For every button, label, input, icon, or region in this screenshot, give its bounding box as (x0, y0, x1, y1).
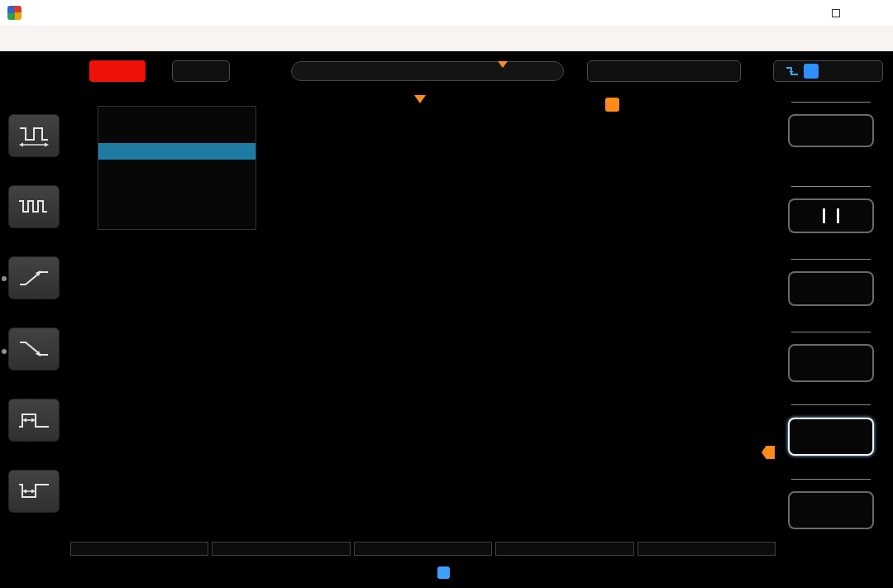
app-window (0, 0, 893, 588)
channel-2-block[interactable] (127, 557, 243, 588)
trigger-level-arrow-icon (762, 446, 775, 459)
cursor-type-button[interactable] (788, 198, 874, 233)
dc-coupling-icon (288, 570, 298, 576)
trigger-position-marker (605, 98, 619, 112)
maximize-button[interactable] (817, 0, 855, 26)
cursor-a-value-button[interactable] (788, 344, 874, 382)
cursor-b-value-button[interactable] (788, 418, 874, 456)
dc-coupling-icon (415, 570, 426, 576)
mode-header (791, 99, 871, 103)
vertical-cursor-bar-icon (837, 208, 839, 223)
readout-row-bx-ax (105, 176, 249, 193)
measure-frequency-button[interactable] (8, 185, 60, 228)
measure-positive-width-button[interactable] (8, 399, 60, 442)
frequency-icon (17, 196, 51, 218)
measurement-results-bar (70, 542, 776, 556)
measurement-freq-ch1 (638, 542, 776, 556)
page-indicator-dot (2, 349, 7, 354)
readout-row-by-ay (105, 193, 249, 209)
run-state-badge[interactable] (89, 60, 146, 82)
measurement-freq-ch4 (354, 542, 492, 556)
negative-width-icon (17, 480, 51, 502)
readout-row-by (105, 160, 249, 176)
vertical-cursor-bar-icon (823, 208, 825, 223)
page-indicator-dot (2, 276, 7, 281)
dc-coupling-icon (160, 570, 171, 576)
measurement-min (495, 542, 633, 556)
trigger-delay-box[interactable] (587, 60, 741, 82)
menu-bar (0, 26, 893, 51)
readout-row-bx-highlighted (98, 143, 255, 160)
readout-row-inverse-dx (105, 209, 249, 226)
memory-trigger-marker-icon (498, 61, 508, 68)
measurement-max-ch2 (212, 542, 350, 556)
cursor-ab-header (791, 476, 871, 480)
waveform-display (70, 95, 763, 540)
select-header (791, 184, 871, 187)
dc-coupling-icon (33, 570, 44, 576)
channel-status-bar (0, 557, 893, 588)
measure-rise-time-button[interactable] (8, 256, 60, 299)
maximize-icon (832, 9, 840, 17)
cursor-ab-button[interactable] (788, 491, 874, 529)
channel-3-block[interactable] (255, 557, 370, 588)
minimize-button[interactable] (779, 0, 817, 26)
cursor-b-header (791, 402, 871, 405)
title-bar (0, 0, 893, 26)
cursor-menu-panel (782, 51, 880, 588)
readout-row-ax (105, 110, 249, 127)
fall-time-icon (17, 338, 51, 360)
trigger-position-triangle-icon (414, 95, 426, 103)
period-icon (17, 124, 51, 147)
memory-position-bar (291, 61, 564, 81)
positive-width-icon (17, 409, 51, 431)
close-button[interactable] (855, 0, 893, 26)
channel-1-block[interactable] (0, 557, 117, 588)
source-ch4-button[interactable] (788, 271, 874, 306)
oscilloscope-screen (0, 51, 893, 588)
cursor-a-header (791, 329, 871, 332)
bandwidth-badge (437, 566, 450, 579)
rise-time-icon (17, 267, 51, 289)
measure-panel (0, 51, 69, 588)
cursor-readout-box (98, 106, 256, 230)
app-icon (7, 6, 21, 20)
measurement-max-ch1 (70, 542, 208, 556)
memory-waveform-preview (292, 62, 563, 80)
timebase-box[interactable] (172, 60, 230, 82)
source-header (791, 256, 871, 260)
measure-period-button[interactable] (8, 114, 60, 157)
measure-negative-width-button[interactable] (8, 470, 60, 513)
readout-row-ay (105, 127, 249, 143)
measure-fall-time-button[interactable] (8, 327, 60, 370)
window-controls (779, 0, 893, 26)
mode-manual-button[interactable] (788, 114, 874, 147)
